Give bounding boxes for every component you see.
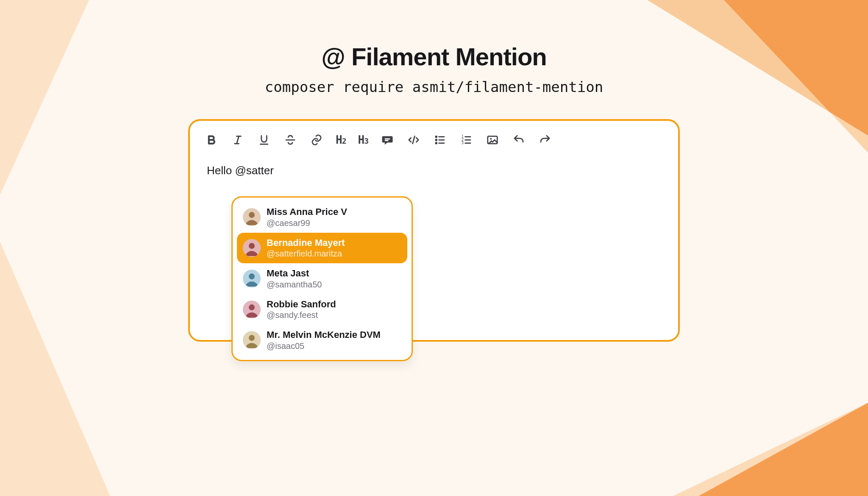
mention-item[interactable]: Meta Jast@samantha50: [237, 263, 407, 294]
rich-text-editor: H2 H3 123: [188, 119, 680, 342]
mention-item-name: Bernadine Mayert: [267, 237, 345, 249]
redo-button[interactable]: [538, 133, 552, 147]
page-title: @ Filament Mention: [321, 42, 547, 71]
mention-item-handle: @samantha50: [267, 279, 322, 290]
mention-item[interactable]: Robbie Sanford@sandy.feest: [237, 294, 407, 325]
editor-content[interactable]: Hello @satter: [202, 153, 666, 188]
mention-item-name: Miss Anna Price V: [267, 206, 347, 218]
svg-point-35: [249, 304, 255, 310]
mention-popover: Miss Anna Price V@caesar99 Bernadine May…: [231, 196, 413, 361]
bullet-list-button[interactable]: [433, 133, 447, 147]
mention-item-name: Meta Jast: [267, 268, 322, 279]
bold-button[interactable]: [204, 133, 219, 147]
avatar: [243, 270, 261, 287]
h3-button[interactable]: H3: [358, 134, 369, 146]
mention-item-handle: @satterfield.maritza: [267, 248, 345, 259]
mention-item-name: Robbie Sanford: [267, 298, 336, 310]
mention-item-handle: @sandy.feest: [267, 310, 336, 320]
editor-toolbar: H2 H3 123: [202, 128, 666, 153]
avatar: [243, 301, 261, 318]
image-button[interactable]: [485, 133, 500, 147]
mention-item-handle: @caesar99: [267, 218, 347, 228]
svg-point-33: [249, 273, 255, 279]
svg-point-14: [436, 136, 437, 137]
svg-text:3: 3: [462, 141, 464, 145]
comment-button[interactable]: [380, 133, 395, 147]
svg-line-8: [237, 136, 239, 144]
strike-button[interactable]: [283, 133, 298, 147]
ordered-list-button[interactable]: 123: [459, 133, 473, 147]
mention-item[interactable]: Miss Anna Price V@caesar99: [237, 202, 407, 233]
code-button[interactable]: [406, 133, 421, 147]
svg-point-37: [249, 335, 255, 341]
mention-item[interactable]: Bernadine Mayert@satterfield.maritza: [237, 233, 407, 264]
undo-button[interactable]: [512, 133, 526, 147]
mention-item-name: Mr. Melvin McKenzie DVM: [267, 329, 381, 341]
install-command: composer require asmit/filament-mention: [265, 78, 603, 95]
svg-point-29: [249, 212, 255, 218]
svg-point-15: [436, 139, 437, 141]
underline-button[interactable]: [257, 133, 271, 147]
avatar: [243, 208, 261, 226]
mention-item[interactable]: Mr. Melvin McKenzie DVM@isaac05: [237, 325, 407, 356]
svg-line-13: [413, 136, 415, 144]
avatar: [243, 331, 261, 349]
svg-point-31: [249, 243, 255, 249]
mention-item-handle: @isaac05: [267, 341, 381, 351]
svg-point-27: [490, 138, 492, 140]
avatar: [243, 239, 261, 257]
link-button[interactable]: [309, 133, 324, 147]
h2-button[interactable]: H2: [336, 134, 346, 146]
svg-point-16: [436, 142, 437, 144]
italic-button[interactable]: [231, 133, 245, 147]
